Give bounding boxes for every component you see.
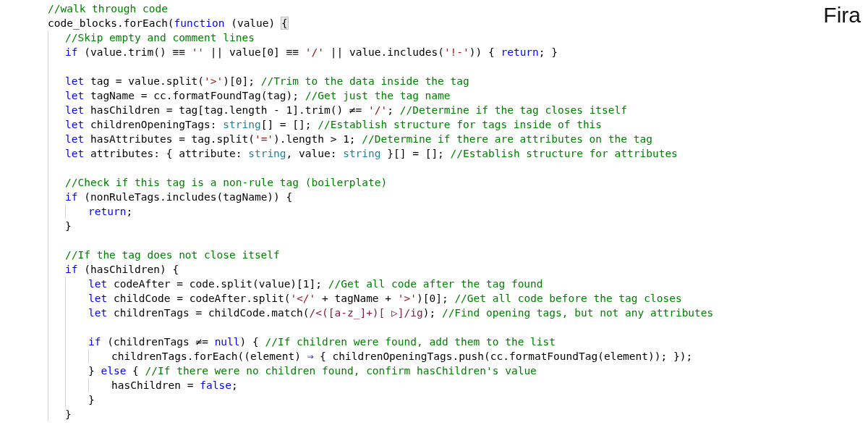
token-plain: code_blocks.forEach( xyxy=(48,17,174,29)
token-str: '>' xyxy=(204,75,223,87)
code-line[interactable] xyxy=(39,161,868,175)
token-str: '/' xyxy=(368,104,387,116)
token-comment: //Establish structure for tags inside of… xyxy=(318,119,602,130)
code-line[interactable]: //Check if this tag is a non-rule tag (b… xyxy=(39,175,868,190)
token-plain: + tagName + xyxy=(315,293,398,304)
code-line[interactable]: if (nonRuleTags.includes(tagName)) { xyxy=(39,190,868,204)
token-kw: if xyxy=(65,264,77,275)
code-line-container: //walk through codecode_blocks.forEach(f… xyxy=(39,1,868,421)
token-plain: childrenTags.forEach((element) xyxy=(111,350,307,362)
token-plain xyxy=(185,46,192,58)
token-str: '!-' xyxy=(444,46,469,58)
code-line[interactable]: } xyxy=(39,219,868,233)
token-kw: let xyxy=(65,119,84,130)
code-line[interactable]: return; xyxy=(39,204,868,219)
code-line[interactable]: hasChildren = false; xyxy=(39,378,868,392)
code-line[interactable]: //Skip empty and comment lines xyxy=(39,30,868,45)
token-plain: (hasChildren) { xyxy=(77,264,179,275)
token-plain: childCode = codeAfter.split( xyxy=(107,293,290,304)
token-kw: let xyxy=(65,104,84,116)
token-plain: ) { xyxy=(240,336,265,348)
code-line[interactable]: let childrenOpeningTags: string[] = []; … xyxy=(39,117,868,132)
code-line[interactable]: code_blocks.forEach(function (value) { xyxy=(39,16,868,30)
token-comment: //Trim to the data inside the tag xyxy=(261,75,469,87)
token-regex: /<([a-z_]+)[ ▷]/ig xyxy=(310,307,423,319)
token-plain: ≡≡ xyxy=(286,46,299,58)
code-line[interactable] xyxy=(39,233,868,248)
token-comment: //Skip empty and comment lines xyxy=(65,32,255,43)
token-plain: ≠= xyxy=(349,104,362,116)
token-comment: //Check if this tag is a non-rule tag (b… xyxy=(65,177,387,188)
token-plain: ≠= xyxy=(195,336,208,348)
token-str: '</' xyxy=(290,293,315,304)
token-plain: childrenTags = childCode.match( xyxy=(107,307,309,319)
token-plain xyxy=(322,278,328,290)
token-comment: //If the tag does not close itself xyxy=(65,249,280,261)
code-line[interactable]: //If the tag does not close itself xyxy=(39,248,868,262)
code-line[interactable]: if (value.trim() ≡≡ '' || value[0] ≡≡ '/… xyxy=(39,45,868,59)
code-line[interactable]: if (hasChildren) { xyxy=(39,262,868,277)
token-comment: //Get just the tag name xyxy=(305,90,451,101)
token-kw: let xyxy=(65,133,84,145)
token-kw: let xyxy=(88,307,107,319)
token-kw: let xyxy=(88,278,107,290)
token-plain: )[0]; xyxy=(417,293,454,304)
token-plain: hasChildren = xyxy=(111,379,200,391)
token-plain: ).length > 1; xyxy=(273,133,356,145)
token-kw: else xyxy=(101,365,126,377)
token-str: '' xyxy=(192,46,204,58)
token-plain: (childrenTags xyxy=(101,336,195,348)
code-line[interactable]: let attributes: { attribute: string, val… xyxy=(39,146,868,161)
code-line[interactable]: //walk through code xyxy=(39,1,868,16)
token-kw: let xyxy=(65,148,84,159)
code-line[interactable]: let tag = value.split('>')[0]; //Trim to… xyxy=(39,74,868,88)
token-type: string xyxy=(248,148,286,159)
token-kw: if xyxy=(65,191,77,203)
token-kw: return xyxy=(501,46,538,58)
token-plain xyxy=(255,75,261,87)
token-plain xyxy=(299,90,305,101)
token-lit: null xyxy=(215,336,240,348)
code-editor[interactable]: Fira //walk through codecode_blocks.forE… xyxy=(0,0,868,421)
token-kw: if xyxy=(65,46,77,58)
token-plain: )[0]; xyxy=(223,75,255,87)
token-plain: ; xyxy=(126,206,132,217)
token-type: string xyxy=(343,148,380,159)
token-comment: //Establish structure for attributes xyxy=(451,148,678,159)
token-plain xyxy=(299,46,305,58)
token-plain xyxy=(362,104,368,116)
token-plain: tag = value.split( xyxy=(84,75,204,87)
token-comment: //If there were no children found, confi… xyxy=(145,365,537,377)
token-plain: } xyxy=(88,365,101,377)
code-line[interactable]: let childCode = codeAfter.split('</' + t… xyxy=(39,291,868,306)
token-kw: let xyxy=(65,75,84,87)
token-plain: tagName = cc.formatFoundTag(tag); xyxy=(84,90,299,101)
code-line[interactable]: if (childrenTags ≠= null) { //If childre… xyxy=(39,335,868,349)
token-fn: function xyxy=(174,17,225,29)
code-line[interactable]: let codeAfter = code.split(value)[1]; //… xyxy=(39,277,868,291)
code-line[interactable] xyxy=(39,320,868,335)
code-line[interactable]: let hasChildren = tag[tag.length - 1].tr… xyxy=(39,103,868,117)
token-plain: { childrenOpeningTags.push(cc.formatFoun… xyxy=(313,350,692,362)
token-comment: //Get all code after the tag found xyxy=(328,278,543,290)
token-kw: let xyxy=(65,90,84,101)
code-line[interactable]: let tagName = cc.formatFoundTag(tag); //… xyxy=(39,88,868,103)
token-str: '/' xyxy=(305,46,324,58)
token-plain xyxy=(393,104,400,116)
code-line[interactable]: let childrenTags = childCode.match(/<([a… xyxy=(39,306,868,320)
token-plain: (value) xyxy=(224,17,281,29)
code-line[interactable]: childrenTags.forEach((element) ⇒ { child… xyxy=(39,349,868,364)
token-plain: )) { xyxy=(469,46,501,58)
code-line[interactable] xyxy=(39,59,868,74)
code-line[interactable]: } xyxy=(39,407,868,421)
token-comment: //walk through code xyxy=(48,3,168,14)
token-plain: codeAfter = code.split(value)[1]; xyxy=(107,278,322,290)
code-line[interactable]: } xyxy=(39,392,868,407)
token-plain: childrenOpeningTags: xyxy=(84,119,223,130)
token-plain: (value.trim() xyxy=(77,46,172,58)
code-line[interactable]: let hasAttributes = tag.split('=').lengt… xyxy=(39,132,868,146)
code-line[interactable]: } else { //If there were no children fou… xyxy=(39,364,868,378)
token-plain: ); xyxy=(423,307,442,319)
token-plain: } xyxy=(65,220,72,232)
token-comment: //Find opening tags, but not any attribu… xyxy=(442,307,713,319)
